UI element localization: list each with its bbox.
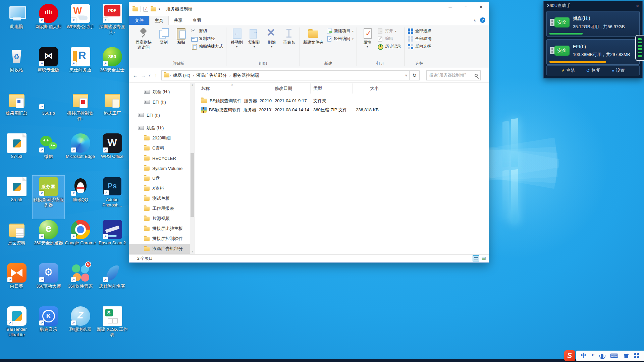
tree-item[interactable]: 液晶广告机部分 [129, 244, 195, 254]
breadcrumb-segment[interactable]: 姚磊 (H:) [171, 72, 193, 78]
desktop-icon[interactable]: ↗Microsoft Edge [64, 132, 96, 176]
tree-item[interactable]: RECYCLER [129, 153, 195, 163]
usb-action-restore[interactable]: ↺恢复 [586, 67, 600, 73]
tree-item[interactable]: U盘 [129, 173, 195, 183]
copy-button[interactable]: 复制 [155, 26, 172, 45]
tab-file[interactable]: 文件 [129, 16, 149, 25]
breadcrumb-segment[interactable]: 服务器控制端 [230, 72, 261, 78]
file-row[interactable]: BS触摸查询软件_服务器_202101202021-08-04 14:14360… [195, 105, 489, 114]
tree-item[interactable]: EFI (I:) [129, 110, 195, 120]
desktop-icon[interactable]: ↗酷狗音乐 [33, 305, 64, 349]
tree-item[interactable]: 2020明细 [129, 133, 195, 143]
desktop-icon[interactable]: ↗360安全卫士 [96, 46, 128, 89]
column-header-type[interactable]: 类型 [311, 83, 353, 94]
paste-button[interactable]: 粘贴 [172, 26, 190, 45]
usb-panel-close-icon[interactable]: × [636, 3, 639, 9]
desktop-icon[interactable]: 格式工厂 [96, 89, 128, 132]
refresh-button[interactable]: ↻ [410, 70, 420, 80]
new-folder-button[interactable]: 新建文件夹 [302, 26, 325, 45]
desktop-icon[interactable]: ↗WPS Office [96, 132, 128, 176]
desktop-icon[interactable]: 回收站 [1, 46, 33, 89]
microphone-icon[interactable] [601, 354, 603, 358]
ime-punctuation-toggle[interactable]: °’ [592, 353, 595, 358]
new-item-button[interactable]: 新建项目 ▾ [326, 28, 354, 34]
desktop-icon[interactable]: ↗忠仕智能名客 [96, 262, 128, 305]
paste-shortcut-button[interactable]: 粘贴快捷方式 [191, 44, 223, 49]
tree-item[interactable]: 拼接屏控制软件 [129, 234, 195, 244]
tree-item[interactable]: EFI (I:) [129, 97, 195, 107]
delete-button[interactable]: 删除 ▾ [263, 26, 280, 49]
desktop-icon[interactable]: 拼接屏控制软件- [64, 89, 96, 132]
desktop-icon[interactable]: 新建 XLSX 工作表 [96, 305, 128, 349]
desktop-icon[interactable]: ↗Epson Scan 2 [96, 219, 128, 262]
recent-locations-caret-icon[interactable]: ∨ [147, 74, 152, 77]
search-input[interactable]: 搜索"服务器控制端" [426, 70, 481, 80]
tree-item[interactable]: 片源视频 [129, 214, 195, 224]
desktop-icon[interactable]: ↗网易邮箱大师 [33, 3, 64, 46]
breadcrumb[interactable]: ›姚磊 (H:)›液晶广告机部分›服务器控制端 ∨ [161, 70, 410, 80]
desktop-icon[interactable]: ↗忠仕商务通 [64, 46, 96, 89]
desktop-icon[interactable]: ↗BarTender UltraLite [1, 305, 33, 349]
column-header-date[interactable]: 修改日期 [272, 83, 311, 94]
desktop-icon[interactable]: ↗触摸查询系统服务器 [33, 176, 64, 219]
desktop-icon[interactable]: ↗360安全浏览器 [33, 219, 64, 262]
desktop-icon[interactable]: ↗6360软件管家 [64, 262, 96, 305]
move-to-button[interactable]: 移动到 ▾ [228, 26, 246, 49]
easy-access-button[interactable]: 轻松访问 ▾ [326, 36, 354, 42]
collapse-ribbon-icon[interactable]: ∧ [474, 18, 476, 22]
select-none-button[interactable]: 全部取消 [408, 36, 431, 42]
column-header-name[interactable]: 名称 [195, 83, 272, 94]
details-view-button[interactable] [473, 255, 479, 261]
pin-to-quick-access-button[interactable]: 固定到快速访问 [132, 26, 155, 50]
tree-item[interactable]: 拼接屏比驰主板 [129, 224, 195, 234]
rename-button[interactable]: 重命名 [280, 26, 298, 45]
tree-item[interactable]: C资料 [129, 143, 195, 153]
copy-path-button[interactable]: 复制路径 [191, 36, 223, 42]
desktop-icon[interactable]: ↗360zip [33, 89, 64, 132]
desktop-icon[interactable]: 此电脑 [1, 3, 33, 46]
usb-drive-card[interactable]: 安全EFI(I:)103.88MB可用，共297.83MB [546, 39, 640, 65]
desktop-icon[interactable]: ↗Google Chrome [64, 219, 96, 262]
qat-customize-caret-icon[interactable]: ▾ [159, 7, 160, 11]
cut-button[interactable]: 剪切 [191, 28, 223, 34]
scroll-up-icon[interactable]: ∧ [190, 83, 195, 88]
new-folder-quick-icon[interactable] [151, 7, 156, 11]
desktop-icon[interactable]: 87-53 [1, 132, 33, 176]
history-button[interactable]: 历史记录 [377, 44, 401, 49]
toolbox-icon[interactable] [634, 353, 639, 358]
tree-item[interactable]: 工作用报表 [129, 203, 195, 214]
desktop-icon[interactable]: 桌面资料 [1, 219, 33, 262]
breadcrumb-segment[interactable]: 液晶广告机部分 [194, 72, 229, 78]
tab-home[interactable]: 主页 [149, 16, 169, 25]
tree-item[interactable]: 姚磊 (H:) [129, 123, 195, 133]
minimize-button[interactable]: ─ [442, 2, 458, 12]
sogou-logo[interactable]: S [564, 350, 575, 361]
tree-scrollbar[interactable]: ∧ ∨ [190, 83, 195, 254]
skin-icon[interactable] [624, 354, 629, 358]
scroll-down-icon[interactable]: ∨ [190, 249, 195, 254]
up-button[interactable]: ↑ [152, 72, 160, 78]
address-dropdown-caret-icon[interactable]: ∨ [405, 74, 407, 77]
maximize-button[interactable] [458, 2, 473, 12]
tree-item[interactable]: 姚磊 (H:) [129, 87, 195, 97]
tab-view[interactable]: 查看 [187, 16, 206, 25]
tree-item[interactable]: System Volume [129, 163, 195, 173]
desktop-icon[interactable]: ↗腾讯QQ [64, 176, 96, 219]
desktop-icon[interactable]: ↗剪映专业版 [33, 46, 64, 89]
desktop-icon[interactable]: ↗Adobe Photosh... [96, 176, 128, 219]
tab-share[interactable]: 共享 [169, 16, 187, 25]
usb-edge-widget[interactable] [635, 35, 644, 61]
usb-action-bolt[interactable]: ⚡查杀 [561, 67, 575, 73]
usb-drive-card[interactable]: 安全姚磊(H:)35.12GB可用，共56.97GB [546, 11, 640, 37]
copy-to-button[interactable]: 复制到 ▾ [246, 26, 263, 49]
scrollbar-thumb[interactable] [191, 153, 194, 217]
desktop-icon[interactable]: ↗向日葵 [1, 262, 33, 305]
forward-button[interactable]: → [139, 72, 147, 78]
ime-language-toggle[interactable]: 中 [581, 352, 586, 359]
taskbar[interactable] [0, 359, 644, 362]
invert-selection-button[interactable]: 反向选择 [408, 44, 431, 49]
desktop-icon[interactable]: ↗微信 [33, 132, 64, 176]
properties-button[interactable]: 属性 ▾ [359, 26, 376, 49]
tree-item[interactable]: X资料 [129, 183, 195, 193]
edit-button[interactable]: 编辑 [377, 36, 401, 42]
